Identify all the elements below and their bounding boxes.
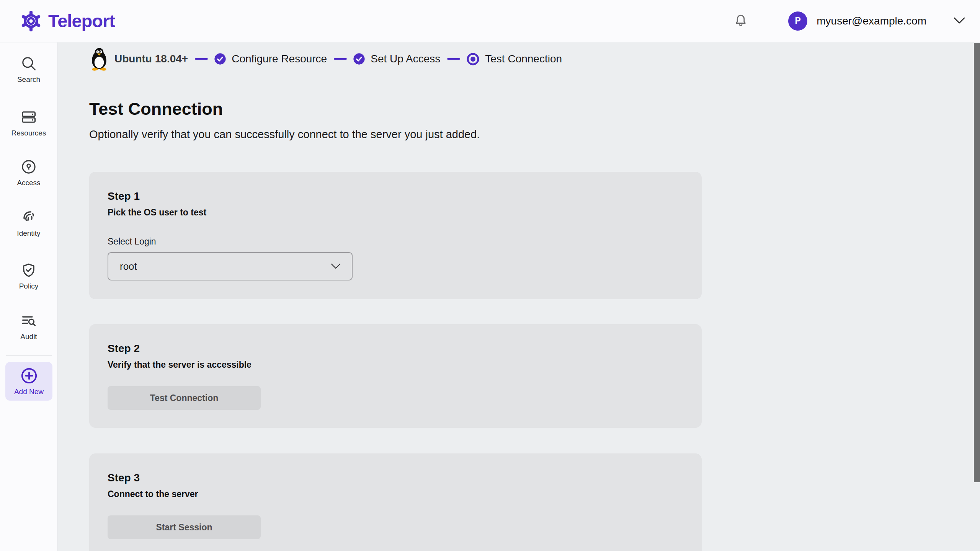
- sidebar-item-label: Search: [17, 75, 40, 84]
- page-title: Test Connection: [89, 99, 223, 119]
- fingerprint-icon: [20, 208, 38, 226]
- test-connection-button[interactable]: Test Connection: [108, 386, 261, 410]
- brand-title: Teleport: [48, 10, 115, 31]
- step3-subtitle: Connect to the server: [108, 489, 683, 499]
- sidebar-item-audit[interactable]: Audit: [0, 312, 57, 341]
- plus-circle-icon: [20, 367, 38, 385]
- start-session-button[interactable]: Start Session: [108, 515, 261, 539]
- step2-card: Step 2 Verify that the server is accessi…: [89, 324, 702, 428]
- servers-icon: [20, 109, 37, 126]
- sidebar-item-label: Identity: [17, 229, 40, 238]
- keyhole-lock-icon: [20, 158, 37, 175]
- step2-subtitle: Verify that the server is accessible: [108, 360, 683, 370]
- sidebar-item-label: Access: [17, 179, 40, 187]
- vertical-scrollbar-thumb[interactable]: [974, 43, 980, 482]
- user-menu-chevron-down-icon[interactable]: [953, 17, 965, 25]
- linux-tux-icon: [89, 47, 109, 71]
- sidebar-divider: [6, 355, 52, 356]
- chevron-down-icon: [330, 263, 341, 270]
- login-select-value: root: [120, 261, 137, 272]
- step3-card: Step 3 Connect to the server Start Sessi…: [89, 453, 702, 551]
- notification-bell-icon[interactable]: [733, 13, 748, 29]
- gear-logo-icon: [20, 10, 42, 32]
- sidebar-item-policy[interactable]: Policy: [0, 262, 57, 290]
- step1-card: Step 1 Pick the OS user to test Select L…: [89, 172, 702, 299]
- sidebar-item-label: Audit: [20, 333, 37, 341]
- step-label-test-connection: Test Connection: [485, 53, 562, 65]
- step-label-set-up-access: Set Up Access: [371, 53, 440, 65]
- sidebar-item-identity[interactable]: Identity: [0, 208, 57, 238]
- app-header: Teleport P myuser@example.com: [0, 0, 980, 42]
- step-complete-check-icon: [214, 53, 226, 65]
- sidebar-item-label: Policy: [19, 282, 39, 290]
- avatar-initial: P: [795, 16, 801, 26]
- step1-title: Step 1: [108, 190, 683, 202]
- step-label-configure-resource: Configure Resource: [232, 53, 327, 65]
- shield-check-icon: [20, 262, 37, 279]
- step-complete-check-icon: [353, 53, 365, 65]
- sidebar: Search Resources Access: [0, 42, 57, 551]
- step-current-bullseye-icon: [466, 52, 480, 66]
- main-content: Ubuntu 18.04+ Configure Resource Set Up …: [58, 42, 980, 551]
- sidebar-item-resources[interactable]: Resources: [0, 109, 57, 137]
- page-subtitle: Optionally verify that you can successfu…: [89, 128, 480, 141]
- os-version-label: Ubuntu 18.04+: [114, 53, 188, 65]
- list-search-icon: [20, 312, 37, 329]
- login-select[interactable]: root: [108, 252, 353, 280]
- user-avatar[interactable]: P: [788, 11, 807, 31]
- user-email[interactable]: myuser@example.com: [817, 15, 926, 27]
- select-login-label: Select Login: [108, 236, 683, 247]
- sidebar-item-add-new[interactable]: Add New: [5, 362, 52, 401]
- sidebar-item-label: Resources: [11, 129, 46, 137]
- step-connector: [195, 58, 208, 60]
- wizard-stepper: Ubuntu 18.04+ Configure Resource Set Up …: [89, 48, 562, 70]
- teleport-logo[interactable]: Teleport: [20, 10, 115, 32]
- step-connector: [447, 58, 460, 60]
- step2-title: Step 2: [108, 342, 683, 355]
- search-icon: [20, 55, 37, 72]
- sidebar-item-search[interactable]: Search: [0, 55, 57, 84]
- sidebar-item-label: Add New: [14, 388, 44, 396]
- step-connector: [334, 58, 347, 60]
- step1-subtitle: Pick the OS user to test: [108, 207, 683, 218]
- step3-title: Step 3: [108, 472, 683, 484]
- sidebar-item-access[interactable]: Access: [0, 158, 57, 187]
